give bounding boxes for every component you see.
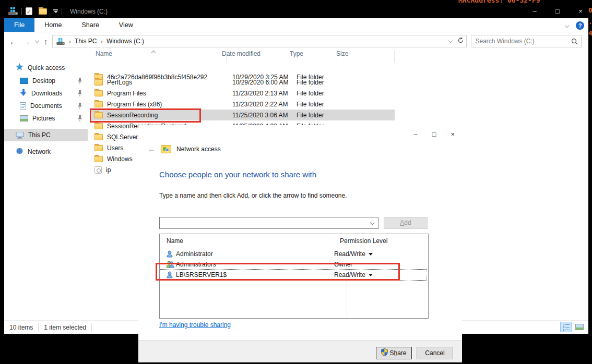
permission-value: Read/Write	[334, 250, 365, 258]
breadcrumb-current[interactable]: Windows (C:)	[106, 38, 144, 45]
tab-view[interactable]: View	[109, 18, 143, 32]
console-edge-char: 4	[588, 29, 592, 37]
sidebar-label: This PC	[28, 131, 51, 139]
file-name: Program Files	[107, 90, 232, 97]
thumbnail-view-icon[interactable]	[574, 322, 585, 332]
column-header-size[interactable]: Size	[333, 50, 384, 64]
file-name: PerfLogs	[107, 79, 232, 86]
dialog-back-icon[interactable]: ←	[148, 144, 156, 153]
combo-dropdown-icon[interactable]	[370, 221, 374, 225]
up-icon[interactable]: ↑	[44, 37, 48, 46]
column-divider[interactable]	[337, 51, 337, 63]
refresh-icon[interactable]	[457, 37, 464, 45]
file-row[interactable]: Program Files 11/23/2020 2:13 AM File fo…	[92, 88, 395, 99]
permission-dropdown-icon[interactable]	[369, 253, 373, 256]
file-type: File folder	[297, 79, 349, 86]
column-header-type[interactable]: Type	[286, 50, 333, 64]
drive-icon	[56, 38, 64, 45]
sidebar-item-this-pc[interactable]: This PC	[4, 129, 88, 141]
qat-separator	[62, 8, 62, 15]
table-col-name: Name	[160, 237, 340, 245]
cancel-button[interactable]: Cancel	[417, 347, 453, 359]
address-dropdown-icon[interactable]	[448, 38, 452, 42]
selection-count: 1 item selected	[44, 324, 86, 331]
dialog-heading: Choose people on your network to share w…	[159, 170, 316, 179]
sidebar-item-documents[interactable]: Documents	[4, 100, 88, 112]
pictures-icon	[20, 115, 28, 122]
customize-qat-dropdown-icon[interactable]	[53, 9, 58, 13]
table-col-permission: Permission Level	[340, 237, 387, 245]
people-combobox[interactable]	[159, 217, 378, 229]
help-icon[interactable]: ?	[576, 21, 584, 30]
documents-icon	[20, 102, 26, 110]
file-row[interactable]: Program Files (x86) 11/23/2020 2:22 AM F…	[92, 99, 395, 110]
breadcrumb-this-pc[interactable]: This PC	[75, 38, 97, 45]
pin-icon	[77, 103, 82, 111]
network-icon	[16, 148, 23, 156]
permission-row[interactable]: Administrator Read/Write	[160, 249, 427, 259]
minimize-icon[interactable]: –	[530, 7, 539, 15]
sidebar-label: Pictures	[32, 115, 55, 122]
address-box[interactable]: › This PC › Windows (C:)	[52, 35, 467, 47]
folder-icon	[94, 79, 103, 86]
breadcrumb-chevron: ›	[99, 38, 104, 45]
column-divider[interactable]	[290, 51, 290, 63]
dialog-footer: Share Cancel	[138, 340, 462, 362]
title-bar: ✓ Windows (C:) – □ ×	[4, 4, 588, 18]
file-date: 11/23/2020 2:22 AM	[232, 101, 297, 108]
dialog-instruction: Type a name and then click Add, or click…	[159, 192, 347, 199]
file-row[interactable]: PerfLogs 10/29/2020 6:00 AM File folder	[92, 77, 395, 88]
sidebar-label: Documents	[30, 102, 62, 110]
folder-icon	[94, 90, 103, 96]
search-icon[interactable]	[571, 38, 578, 46]
console-edge-char: .	[588, 18, 592, 26]
search-input[interactable]	[471, 35, 581, 47]
sidebar-item-quick-access[interactable]: Quick access	[4, 62, 88, 74]
new-folder-qat-icon[interactable]	[39, 8, 47, 15]
sidebar-item-desktop[interactable]: Desktop	[4, 75, 88, 87]
details-view-icon[interactable]	[560, 322, 572, 332]
ribbon-tabs: File Home Share View	[4, 18, 588, 32]
sidebar-label: Network	[28, 148, 51, 155]
sidebar-item-pictures[interactable]: Pictures	[4, 112, 88, 125]
tab-home[interactable]: Home	[34, 18, 72, 32]
column-header-name[interactable]: Name	[92, 50, 222, 64]
dialog-close-icon[interactable]: ×	[451, 130, 455, 138]
recent-locations-icon[interactable]	[35, 38, 39, 42]
forward-icon[interactable]: →	[22, 37, 30, 46]
sidebar-label: Desktop	[32, 77, 55, 84]
highlight-srserver-row	[156, 263, 400, 281]
file-type: File folder	[297, 112, 349, 119]
column-divider[interactable]	[394, 51, 395, 63]
close-icon[interactable]: ×	[576, 7, 585, 15]
shield-icon	[381, 348, 388, 358]
share-button[interactable]: Share	[376, 347, 412, 359]
gear-icon	[94, 166, 102, 174]
column-header-date-modified[interactable]: Date modified	[222, 50, 286, 64]
sidebar-label: Quick access	[28, 64, 65, 71]
pin-icon	[77, 90, 82, 98]
add-button[interactable]: Add	[384, 217, 428, 229]
person-icon	[167, 250, 173, 259]
back-icon[interactable]: ←	[9, 37, 17, 46]
expand-ribbon-icon[interactable]	[565, 23, 569, 27]
sidebar-item-network[interactable]: Network	[4, 145, 88, 158]
properties-qat-icon[interactable]: ✓	[26, 7, 32, 15]
column-divider[interactable]	[226, 51, 227, 63]
folder-icon	[94, 123, 103, 129]
dialog-maximize-icon[interactable]: □	[432, 130, 436, 138]
sort-caret-icon	[151, 51, 156, 55]
sidebar-item-downloads[interactable]: Downloads	[4, 87, 88, 100]
file-date: 10/29/2020 6:00 AM	[232, 79, 297, 86]
dialog-minimize-icon[interactable]: –	[413, 130, 417, 138]
network-access-dialog: – □ × ← Network access Choose people on …	[138, 125, 462, 362]
trouble-sharing-link[interactable]: I'm having trouble sharing	[159, 321, 231, 329]
dialog-title: Network access	[176, 145, 221, 153]
file-type: File folder	[297, 90, 349, 97]
folder-icon	[94, 145, 103, 151]
maximize-icon[interactable]: □	[553, 7, 562, 15]
tab-file[interactable]: File	[4, 18, 34, 32]
tab-share[interactable]: Share	[72, 18, 109, 32]
breadcrumb-chevron: ›	[67, 38, 73, 45]
star-icon	[16, 63, 23, 72]
